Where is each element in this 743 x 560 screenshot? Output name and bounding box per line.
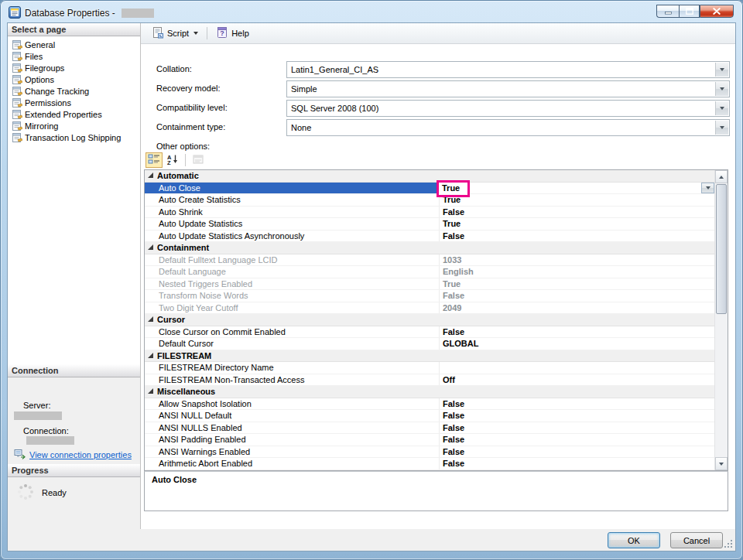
property-value[interactable]: False bbox=[440, 458, 714, 470]
combo-compatibility-level[interactable]: SQL Server 2008 (100) bbox=[286, 100, 730, 117]
chevron-down-icon bbox=[720, 87, 724, 90]
property-row-auto-create-statistics[interactable]: Auto Create StatisticsTrue bbox=[145, 194, 714, 207]
combo-recovery-model[interactable]: Simple bbox=[286, 80, 730, 97]
progress-panel: Ready bbox=[8, 477, 140, 529]
cancel-button[interactable]: Cancel bbox=[670, 532, 723, 548]
category-row-miscellaneous[interactable]: Miscellaneous bbox=[145, 386, 714, 398]
page-icon bbox=[12, 51, 22, 62]
property-row-ansi-null-default[interactable]: ANSI NULL DefaultFalse bbox=[145, 410, 714, 422]
combo-containment-type[interactable]: None bbox=[286, 119, 730, 136]
property-row-nested-triggers-enabled[interactable]: Nested Triggers EnabledTrue bbox=[145, 278, 714, 291]
view-connection-properties-link[interactable]: View connection properties bbox=[29, 450, 132, 459]
sidebar-item-transaction-log-shipping[interactable]: Transaction Log Shipping bbox=[8, 131, 140, 143]
sidebar-item-filegroups[interactable]: Filegroups bbox=[8, 62, 140, 73]
combo-dropdown-button[interactable] bbox=[715, 63, 728, 77]
resize-grip[interactable] bbox=[723, 538, 732, 548]
property-row-ansi-nulls-enabled[interactable]: ANSI NULLS EnabledFalse bbox=[145, 422, 714, 435]
scroll-up-button[interactable] bbox=[715, 170, 728, 183]
property-row-auto-update-statistics[interactable]: Auto Update StatisticsTrue bbox=[145, 218, 714, 230]
property-row-auto-shrink[interactable]: Auto ShrinkFalse bbox=[145, 207, 714, 219]
category-row-filestream[interactable]: FILESTREAM bbox=[145, 350, 714, 363]
category-row-cursor[interactable]: Cursor bbox=[145, 314, 714, 326]
sidebar-item-extended-properties[interactable]: Extended Properties bbox=[8, 108, 140, 120]
property-value[interactable]: False bbox=[440, 326, 714, 338]
property-row-ansi-warnings-enabled[interactable]: ANSI Warnings EnabledFalse bbox=[145, 446, 714, 459]
property-name: Nested Triggers Enabled bbox=[145, 278, 440, 290]
property-row-auto-close[interactable]: Auto CloseTrue bbox=[145, 183, 714, 195]
sidebar-item-options[interactable]: Options bbox=[8, 73, 140, 85]
property-row-default-language[interactable]: Default LanguageEnglish bbox=[145, 266, 714, 278]
combo-collation[interactable]: Latin1_General_CI_AS bbox=[286, 61, 730, 78]
sidebar-item-label: Options bbox=[25, 75, 54, 84]
page-icon bbox=[12, 86, 22, 97]
sidebar-item-general[interactable]: General bbox=[8, 39, 140, 50]
property-pages-button bbox=[190, 152, 207, 168]
property-row-two-digit-year-cutoff[interactable]: Two Digit Year Cutoff2049 bbox=[145, 302, 714, 315]
property-value[interactable]: GLOBAL bbox=[440, 338, 714, 350]
script-button[interactable]: Script bbox=[147, 24, 203, 43]
property-value[interactable]: Off bbox=[440, 374, 714, 386]
value-text: Off bbox=[440, 374, 455, 386]
property-row-filestream-non-transacted-access[interactable]: FILESTREAM Non-Transacted AccessOff bbox=[145, 374, 714, 387]
scroll-down-button[interactable] bbox=[715, 457, 728, 470]
property-value[interactable]: English bbox=[440, 266, 714, 278]
window-controls bbox=[656, 5, 734, 18]
property-row-filestream-directory-name[interactable]: FILESTREAM Directory Name bbox=[145, 362, 714, 374]
property-row-close-cursor-on-commit-enabled[interactable]: Close Cursor on Commit EnabledFalse bbox=[145, 326, 714, 339]
category-label: Miscellaneous bbox=[157, 386, 215, 397]
sidebar-item-mirroring[interactable]: Mirroring bbox=[8, 120, 140, 131]
property-value[interactable]: False bbox=[440, 398, 714, 410]
collapse-triangle-icon bbox=[148, 172, 153, 178]
minimize-button[interactable] bbox=[656, 5, 679, 18]
property-value[interactable]: True bbox=[440, 278, 714, 290]
sort-alphabetical-button[interactable]: AZ bbox=[164, 152, 181, 168]
property-value[interactable]: True bbox=[440, 194, 714, 206]
property-value[interactable]: False bbox=[440, 230, 714, 242]
ok-button[interactable]: OK bbox=[608, 532, 660, 548]
redacted-connection-name bbox=[26, 436, 74, 445]
sidebar-item-files[interactable]: Files bbox=[8, 50, 140, 62]
field-label-containment-type: Containment type: bbox=[156, 122, 225, 131]
sidebar-item-change-tracking[interactable]: Change Tracking bbox=[8, 85, 140, 97]
combo-dropdown-button[interactable] bbox=[715, 82, 728, 96]
property-value[interactable] bbox=[440, 362, 714, 374]
property-value[interactable]: False bbox=[440, 290, 714, 302]
vertical-scrollbar[interactable] bbox=[714, 170, 728, 470]
property-value[interactable]: False bbox=[440, 410, 714, 422]
help-button[interactable]: ? Help bbox=[211, 24, 254, 43]
value-text: False bbox=[440, 398, 464, 410]
combo-dropdown-button[interactable] bbox=[715, 101, 728, 115]
property-row-arithmetic-abort-enabled[interactable]: Arithmetic Abort EnabledFalse bbox=[145, 458, 714, 470]
categorized-button[interactable] bbox=[146, 152, 163, 168]
close-button[interactable] bbox=[700, 5, 734, 18]
property-row-ansi-padding-enabled[interactable]: ANSI Padding EnabledFalse bbox=[145, 434, 714, 446]
property-name: Auto Update Statistics Asynchronously bbox=[145, 230, 440, 242]
property-row-transform-noise-words[interactable]: Transform Noise WordsFalse bbox=[145, 290, 714, 302]
collapse-triangle-icon bbox=[148, 353, 153, 358]
chevron-down-icon bbox=[193, 32, 198, 35]
combo-dropdown-button[interactable] bbox=[715, 121, 728, 135]
category-row-automatic[interactable]: Automatic bbox=[145, 170, 714, 183]
property-value[interactable]: False bbox=[440, 422, 714, 434]
page-icon bbox=[12, 63, 22, 73]
property-row-auto-update-statistics-asynchronously[interactable]: Auto Update Statistics AsynchronouslyFal… bbox=[145, 230, 714, 243]
property-value[interactable]: True bbox=[440, 183, 714, 194]
property-value[interactable]: False bbox=[440, 207, 714, 218]
maximize-button[interactable] bbox=[679, 5, 700, 18]
scrollbar-thumb[interactable] bbox=[716, 184, 727, 314]
sidebar-item-permissions[interactable]: Permissions bbox=[8, 97, 140, 108]
property-value[interactable]: 1033 bbox=[440, 254, 714, 266]
value-dropdown-button[interactable] bbox=[701, 183, 714, 194]
connection-properties-icon bbox=[14, 449, 26, 461]
property-value[interactable]: False bbox=[440, 446, 714, 458]
property-row-default-cursor[interactable]: Default CursorGLOBAL bbox=[145, 338, 714, 350]
property-value[interactable]: 2049 bbox=[440, 302, 714, 314]
window-titlebar[interactable]: Database Properties - bbox=[9, 5, 154, 21]
property-name: Arithmetic Abort Enabled bbox=[145, 458, 440, 470]
property-value[interactable]: True bbox=[440, 218, 714, 230]
property-row-allow-snapshot-isolation[interactable]: Allow Snapshot IsolationFalse bbox=[145, 398, 714, 411]
dialog-client-area: Select a page GeneralFilesFilegroupsOpti… bbox=[7, 22, 736, 551]
category-row-containment[interactable]: Containment bbox=[145, 242, 714, 254]
property-value[interactable]: False bbox=[440, 434, 714, 446]
property-row-default-fulltext-language-lcid[interactable]: Default Fulltext Language LCID1033 bbox=[145, 254, 714, 267]
